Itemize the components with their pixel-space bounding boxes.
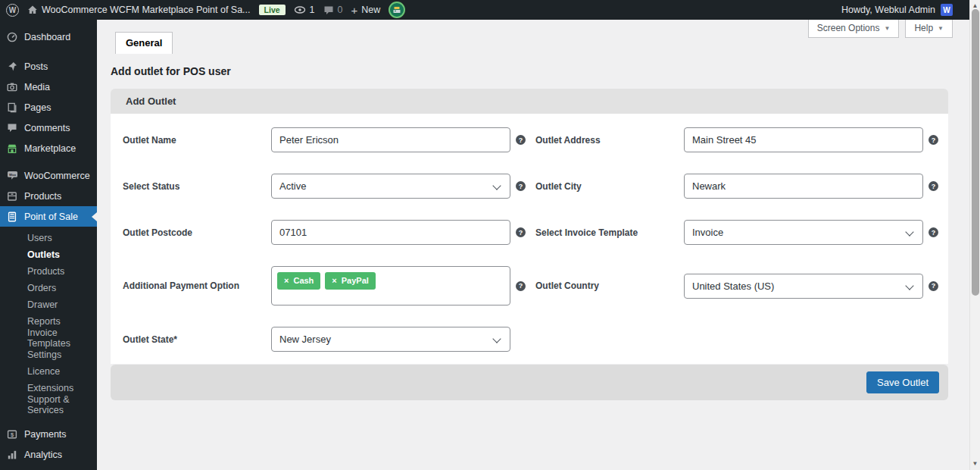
account-menu[interactable]: Howdy, Webkul Admin W xyxy=(841,4,953,16)
site-title: WooCommerce WCFM Marketplace Point of Sa… xyxy=(42,5,251,15)
scrollbar-thumb[interactable] xyxy=(972,9,979,296)
chip-label: Cash xyxy=(293,277,314,285)
profile-avatar: W xyxy=(941,4,953,16)
help-icon[interactable]: ? xyxy=(516,135,526,145)
sidebar-item-analytics[interactable]: Analytics xyxy=(0,444,97,465)
sidebar-item-label: Analytics xyxy=(24,450,62,460)
invoice-template-select[interactable]: Invoice xyxy=(684,220,923,245)
storefront-icon xyxy=(6,143,18,154)
chevron-down-icon: ▼ xyxy=(884,25,890,32)
submenu-item-products[interactable]: Products xyxy=(0,263,97,280)
comment-count: 0 xyxy=(338,5,343,15)
save-outlet-button[interactable]: Save Outlet xyxy=(866,371,939,393)
payment-chip-cash: × Cash xyxy=(277,272,320,290)
sidebar-item-label: Products xyxy=(24,191,61,202)
submenu-item-users[interactable]: Users xyxy=(0,230,97,246)
outlet-city-label: Outlet City xyxy=(529,181,684,192)
eye-icon xyxy=(294,5,306,14)
submenu-item-support-services[interactable]: Support & Services xyxy=(0,396,97,413)
help-icon[interactable]: ? xyxy=(929,281,938,291)
remove-chip-icon[interactable]: × xyxy=(284,277,289,285)
help-label: Help xyxy=(914,23,933,33)
outlet-country-label: Outlet Country xyxy=(529,280,684,291)
active-menu-arrow xyxy=(92,212,97,221)
pos-app-avatar[interactable] xyxy=(389,2,405,18)
submenu-item-outlets[interactable]: Outlets xyxy=(0,246,97,263)
scroll-down-arrow-icon[interactable]: ▼ xyxy=(972,458,978,468)
sidebar-item-media[interactable]: Media xyxy=(0,77,97,97)
sidebar-item-payments[interactable]: $ Payments xyxy=(0,424,97,444)
submenu-item-settings[interactable]: Settings xyxy=(0,346,97,363)
panel-footer: Save Outlet xyxy=(111,365,948,400)
new-content-menu[interactable]: + New xyxy=(351,5,380,16)
help-icon[interactable]: ? xyxy=(929,227,938,237)
submenu-item-invoice-templates[interactable]: Invoice Templates xyxy=(0,330,97,346)
sidebar-item-products[interactable]: Products xyxy=(0,186,97,206)
svg-text:$: $ xyxy=(11,431,14,437)
screen-options-button[interactable]: Screen Options ▼ xyxy=(808,20,900,38)
outlet-postcode-input[interactable] xyxy=(271,220,510,245)
sidebar: Dashboard Posts Media Pages Comments xyxy=(0,20,97,470)
payment-chip-paypal: × PayPal xyxy=(325,272,376,290)
outlet-city-input[interactable] xyxy=(684,174,923,199)
submenu-item-orders[interactable]: Orders xyxy=(0,280,97,296)
outlet-address-input[interactable] xyxy=(684,127,923,152)
comments-counter[interactable]: 0 xyxy=(323,5,343,15)
new-label: New xyxy=(361,5,380,15)
comment-bubble-icon xyxy=(323,5,334,15)
plus-icon: + xyxy=(351,5,357,16)
pushpin-icon xyxy=(6,61,18,72)
camera-icon xyxy=(6,82,18,92)
bar-chart-icon xyxy=(6,450,18,460)
outlet-state-select-value: New Jersey xyxy=(279,334,331,345)
help-icon[interactable]: ? xyxy=(516,227,526,237)
main-content: Screen Options ▼ Help ▼ General Add outl… xyxy=(97,20,969,470)
dollar-card-icon: $ xyxy=(6,429,18,440)
admin-bar: W WooCommerce WCFM Marketplace Point of … xyxy=(0,0,980,20)
sidebar-item-comments[interactable]: Comments xyxy=(0,118,97,138)
sidebar-item-pages[interactable]: Pages xyxy=(0,97,97,118)
outlet-postcode-label: Outlet Postcode xyxy=(117,227,271,238)
chevron-down-icon: ▼ xyxy=(938,25,944,32)
wordpress-logo-icon[interactable]: W xyxy=(6,4,19,17)
svg-text:Woo: Woo xyxy=(9,173,16,177)
outlet-name-input[interactable] xyxy=(271,127,510,152)
gauge-icon xyxy=(6,32,18,42)
help-icon[interactable]: ? xyxy=(929,135,938,145)
outlet-state-select[interactable]: New Jersey xyxy=(271,327,510,352)
sidebar-item-label: Marketplace xyxy=(24,143,76,154)
home-icon xyxy=(27,5,38,15)
outlet-state-label: Outlet State* xyxy=(117,334,271,345)
tab-general[interactable]: General xyxy=(115,32,173,54)
sidebar-item-posts[interactable]: Posts xyxy=(0,56,97,77)
sidebar-item-label: WooCommerce xyxy=(24,171,90,181)
view-counter[interactable]: 1 xyxy=(294,5,315,15)
help-button[interactable]: Help ▼ xyxy=(905,20,953,38)
payment-option-multiselect[interactable]: × Cash × PayPal xyxy=(271,266,510,306)
sidebar-item-dashboard[interactable]: Dashboard xyxy=(0,27,97,47)
sidebar-item-label: Dashboard xyxy=(24,32,70,42)
sidebar-item-woocommerce[interactable]: Woo WooCommerce xyxy=(0,165,97,186)
screen: W WooCommerce WCFM Marketplace Point of … xyxy=(0,0,980,470)
help-icon[interactable]: ? xyxy=(516,181,526,191)
outlet-country-select[interactable]: United States (US) xyxy=(684,274,923,299)
panel-header: Add Outlet xyxy=(111,89,948,114)
calculator-icon xyxy=(6,212,18,222)
submenu-item-licence[interactable]: Licence xyxy=(0,363,97,380)
pages-icon xyxy=(6,102,18,113)
help-icon[interactable]: ? xyxy=(929,181,938,191)
status-select[interactable]: Active xyxy=(271,174,510,199)
site-menu[interactable]: WooCommerce WCFM Marketplace Point of Sa… xyxy=(27,5,251,15)
woo-bubble-icon: Woo xyxy=(6,171,18,180)
pos-submenu: Users Outlets Products Orders Drawer Rep… xyxy=(0,227,97,415)
sidebar-item-label: Comments xyxy=(24,123,70,133)
outlet-name-label: Outlet Name xyxy=(117,135,271,146)
submenu-item-drawer[interactable]: Drawer xyxy=(0,296,97,313)
screen-options-label: Screen Options xyxy=(817,23,880,33)
sidebar-item-marketplace[interactable]: Marketplace xyxy=(0,138,97,158)
add-outlet-panel: Add Outlet Outlet Name ? Outlet Address … xyxy=(111,89,948,400)
remove-chip-icon[interactable]: × xyxy=(332,277,336,285)
help-icon[interactable]: ? xyxy=(516,281,526,291)
sidebar-item-point-of-sale[interactable]: Point of Sale xyxy=(0,206,97,227)
view-count: 1 xyxy=(310,5,315,15)
